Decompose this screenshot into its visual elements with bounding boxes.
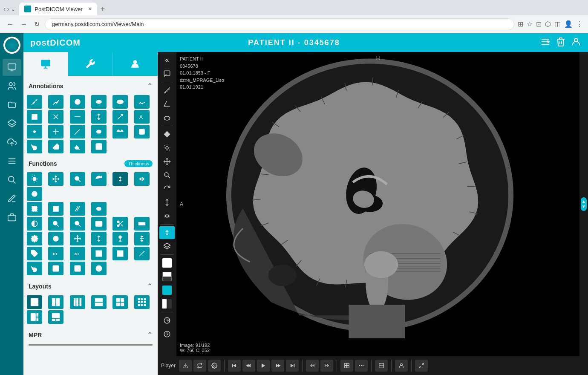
contrast-tool[interactable] — [27, 217, 42, 231]
vt-diamond-btn[interactable] — [159, 128, 175, 141]
browser-tab[interactable]: PostDICOM Viewer ✕ — [19, 3, 97, 15]
empty11[interactable] — [134, 262, 150, 275]
circle-tool[interactable] — [70, 95, 85, 109]
sidebar-item-users[interactable] — [3, 78, 21, 95]
vt-zoom-btn[interactable] — [159, 169, 175, 182]
player-next2-btn[interactable] — [320, 360, 333, 372]
zoom-in-tool[interactable] — [70, 217, 85, 231]
player-next-btn[interactable] — [271, 360, 284, 372]
line-tool[interactable] — [70, 110, 85, 124]
tag-tool[interactable] — [27, 247, 42, 260]
ref-tool[interactable] — [48, 232, 63, 245]
film-tool[interactable] — [91, 217, 107, 231]
vt-white-box-btn[interactable] — [159, 257, 175, 269]
vt-split-box-btn[interactable] — [159, 270, 175, 283]
brightness-tool[interactable] — [27, 172, 42, 186]
tab-person[interactable] — [113, 52, 158, 76]
layout-2x2[interactable] — [112, 295, 128, 309]
player-loop-btn[interactable] — [193, 360, 206, 372]
zoom-out-tool[interactable] — [48, 217, 63, 231]
sidebar-item-list[interactable] — [3, 153, 21, 170]
eraser-tool[interactable] — [48, 140, 63, 153]
sidebar-item-layers[interactable] — [3, 115, 21, 132]
needle-tool[interactable] — [134, 247, 150, 260]
player-arrows-btn[interactable] — [415, 360, 428, 372]
vt-cine-btn[interactable] — [159, 314, 175, 327]
scroll-down-btn[interactable]: ▼ — [582, 204, 586, 209]
back-button[interactable]: ← — [5, 19, 15, 30]
img-tool[interactable] — [48, 262, 63, 275]
sidebar-item-monitor[interactable] — [3, 59, 21, 76]
freehand2-tool[interactable] — [91, 125, 107, 138]
player-prev2-btn[interactable] — [306, 360, 319, 372]
arrow-tool[interactable] — [112, 110, 128, 124]
profile-header-btn[interactable] — [571, 37, 581, 49]
grid-tool[interactable] — [91, 247, 107, 260]
crosshair-tool[interactable] — [48, 125, 63, 138]
menu-icon[interactable]: ⋮ — [576, 20, 583, 28]
vt-angle-btn[interactable] — [159, 98, 175, 110]
vt-annotate-btn[interactable] — [159, 67, 175, 80]
vt-stack-btn[interactable] — [159, 240, 175, 253]
sidebar-icon[interactable]: ◫ — [554, 20, 561, 28]
crosshair2-tool[interactable] — [27, 187, 42, 201]
empty9[interactable] — [134, 202, 150, 216]
point-tool[interactable] — [27, 125, 42, 138]
img2-tool[interactable] — [70, 262, 85, 275]
rotate-tool[interactable] — [91, 172, 107, 186]
undo-tool[interactable] — [27, 140, 42, 153]
scroll-arrows[interactable]: ▲ ▼ — [581, 197, 587, 211]
layout-mixed[interactable] — [48, 310, 63, 324]
vt-teal-btn[interactable] — [159, 284, 175, 297]
player-more-btn[interactable] — [355, 360, 368, 372]
player-download-btn[interactable] — [179, 360, 192, 372]
split-tool[interactable] — [91, 232, 107, 245]
layout-1x3[interactable] — [70, 295, 85, 309]
reload-button[interactable]: ↻ — [32, 18, 41, 30]
empty3[interactable] — [48, 187, 63, 201]
square-tool[interactable] — [27, 110, 42, 124]
vt-ruler-btn[interactable] — [159, 84, 175, 97]
vt-flip-btn[interactable] — [159, 210, 175, 222]
dropdown-btn[interactable]: ⌄ — [11, 6, 16, 12]
info-tool[interactable]: ? — [91, 262, 107, 275]
save-tool[interactable] — [91, 140, 107, 153]
player-person-btn[interactable] — [395, 360, 408, 372]
empty4[interactable] — [70, 187, 85, 201]
vt-clock-btn[interactable] — [159, 328, 175, 340]
tab-close-btn[interactable]: ✕ — [88, 6, 92, 12]
freehand-tool[interactable] — [134, 95, 150, 109]
new-tab-btn[interactable]: + — [97, 5, 109, 14]
layout-1x2[interactable] — [48, 295, 63, 309]
thickness-badge[interactable]: Thickness — [124, 160, 153, 167]
url-input[interactable] — [45, 18, 514, 30]
layout-3x3[interactable] — [134, 295, 150, 309]
undo2-tool[interactable] — [27, 262, 42, 275]
scroll-up-btn[interactable]: ▲ — [582, 199, 586, 204]
viewer-canvas[interactable]: PATIENT II 0345678 01.01.1853 - F dzne_M… — [176, 52, 579, 356]
collapse-panel-btn[interactable]: « — [159, 54, 175, 66]
player-last-btn[interactable] — [286, 360, 299, 372]
player-grid-btn[interactable] — [340, 360, 353, 372]
vt-columns-btn[interactable] — [159, 297, 175, 310]
empty2[interactable] — [134, 140, 150, 153]
wave-tool[interactable] — [112, 125, 128, 138]
empty15[interactable] — [134, 310, 150, 324]
annotations-toggle[interactable]: ⌃ — [147, 82, 153, 90]
empty5[interactable] — [91, 187, 107, 201]
text-tool[interactable]: A — [134, 110, 150, 124]
tab-monitor[interactable] — [23, 52, 68, 76]
layouts-toggle[interactable]: ⌃ — [147, 282, 153, 290]
player-settings-btn[interactable] — [208, 360, 221, 372]
vt-pan-btn[interactable] — [159, 155, 175, 168]
sidebar-item-upload[interactable] — [3, 134, 21, 151]
texture-tool[interactable] — [91, 95, 107, 109]
3d-tool[interactable]: 3D — [70, 247, 85, 260]
layout-1x1[interactable] — [27, 295, 42, 309]
layout-2x1[interactable] — [91, 295, 107, 309]
sidebar-item-search[interactable] — [3, 171, 21, 188]
player-layout-btn[interactable] — [375, 360, 388, 372]
empty14[interactable] — [112, 310, 128, 324]
cog-tool[interactable] — [27, 232, 42, 245]
probe-tool[interactable] — [70, 125, 85, 138]
